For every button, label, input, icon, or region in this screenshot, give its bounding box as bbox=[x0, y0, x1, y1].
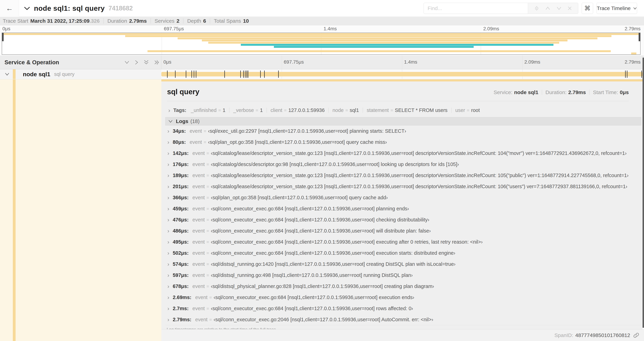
meta-value: node sql1 bbox=[514, 89, 538, 95]
log-row[interactable]: ›502μs:event=‹sql/conn_executor_exec.go:… bbox=[165, 247, 641, 258]
tag-item[interactable]: client=127.0.0.1:59936 bbox=[263, 107, 325, 113]
log-field-value: ‹sql/distsql_running.go:498 [nsql1,clien… bbox=[211, 272, 413, 278]
log-row[interactable]: ›459μs:event=‹sql/conn_executor_exec.go:… bbox=[165, 203, 641, 214]
view-selector-label: Trace Timeline bbox=[597, 5, 631, 11]
locate-icon[interactable] bbox=[534, 6, 539, 11]
log-marker-tick bbox=[278, 71, 279, 78]
chevron-right-icon: › bbox=[168, 316, 169, 323]
log-row[interactable]: ›176μs:event=‹sql/catalog/descs/descript… bbox=[165, 159, 641, 170]
back-button[interactable]: ← bbox=[0, 0, 19, 17]
log-field-key: event bbox=[195, 294, 208, 300]
log-row[interactable]: ›476μs:event=‹sql/conn_executor_exec.go:… bbox=[165, 214, 641, 225]
minimap-tick-label: 2.79ms bbox=[624, 26, 640, 32]
tags-row[interactable]: › Tags: _unfinished=1_verbose=1client=12… bbox=[168, 105, 629, 115]
trace-stats-bar: Trace StartMarch 31 2022, 17:25:09.326Du… bbox=[0, 17, 644, 25]
span-row-name-column[interactable]: node sql1 sql query bbox=[0, 69, 161, 79]
tag-item[interactable]: node=sql1 bbox=[324, 107, 359, 113]
vertical-scrollbar-thumb[interactable] bbox=[642, 58, 644, 328]
span-collapse-icon[interactable] bbox=[5, 73, 9, 76]
column-resizer-handle[interactable] bbox=[157, 60, 158, 65]
stat-value-suffix: .326 bbox=[90, 18, 100, 24]
tag-item[interactable]: _verbose=1 bbox=[226, 107, 263, 113]
viewport-drag-handle-left[interactable] bbox=[2, 33, 4, 41]
find-input[interactable] bbox=[424, 3, 528, 14]
service-operation-title: Service & Operation bbox=[4, 59, 59, 66]
collapse-controls bbox=[124, 56, 160, 69]
chevron-down-icon bbox=[24, 6, 30, 11]
logs-count: (18) bbox=[190, 118, 200, 124]
span-duration-bar[interactable] bbox=[161, 72, 642, 76]
log-row[interactable]: ›34μs:event=‹sql/exec_util.go:2297 [nsql… bbox=[165, 125, 641, 137]
log-field-key: event bbox=[192, 228, 205, 234]
log-row[interactable]: ›2.7ms:event=‹sql/conn_executor_exec.go:… bbox=[165, 303, 641, 314]
span-service-name: node sql1 bbox=[23, 71, 50, 78]
collapse-one-icon[interactable] bbox=[124, 61, 130, 64]
log-row[interactable]: ›2.79ms:event=‹sql/conn_executor_exec.go… bbox=[165, 314, 641, 325]
log-row[interactable]: ›80μs:event=‹sql/plan_opt.go:358 [nsql1,… bbox=[165, 137, 641, 148]
log-field-value: ‹sql/exec_util.go:2297 [nsql1,client=127… bbox=[208, 128, 406, 134]
log-field-value: ‹sql/catalog/lease/descriptor_version_st… bbox=[211, 173, 628, 178]
chevron-right-icon: › bbox=[168, 205, 169, 212]
log-field-key: event bbox=[192, 306, 205, 311]
tag-item[interactable]: _unfinished=1 bbox=[191, 107, 226, 113]
collapse-all-icon[interactable] bbox=[144, 60, 149, 65]
trace-stat: Duration2.79ms bbox=[100, 18, 147, 24]
minimap-span-bar bbox=[125, 35, 612, 37]
meta-value: 0μs bbox=[620, 89, 629, 95]
chevron-right-icon: › bbox=[168, 239, 169, 245]
chevron-right-icon: › bbox=[168, 172, 169, 179]
minimap-tick-labels: 0μs697.75μs1.4ms2.09ms2.79ms bbox=[0, 26, 644, 32]
chevron-right-icon: › bbox=[168, 250, 169, 256]
logs-list: ›34μs:event=‹sql/exec_util.go:2297 [nsql… bbox=[165, 125, 641, 325]
log-field-value: ‹sql/conn_executor_exec.go:684 [nsql1,cl… bbox=[211, 228, 431, 234]
viewport-drag-handle-right[interactable] bbox=[639, 33, 640, 41]
chevron-right-icon: › bbox=[168, 139, 169, 145]
span-meta-item: Service:node sql1 bbox=[494, 89, 538, 95]
log-timestamp: 597μs: bbox=[173, 272, 189, 278]
chevron-down-icon bbox=[168, 120, 173, 123]
minimap-tick-label: 0μs bbox=[2, 26, 10, 32]
log-field-equals: = bbox=[209, 317, 212, 322]
chevron-right-icon: › bbox=[168, 261, 169, 267]
log-timestamp: 486μs: bbox=[173, 228, 189, 234]
next-match-icon[interactable] bbox=[556, 7, 562, 10]
trace-title-wrap[interactable]: node sql1: sql query 7418682 bbox=[24, 0, 133, 17]
clear-search-icon[interactable] bbox=[568, 6, 572, 11]
expand-one-icon[interactable] bbox=[135, 60, 138, 65]
ruler-tick-label: 1.4ms bbox=[404, 59, 417, 65]
stat-value: March 31 2022, 17:25:09 bbox=[30, 18, 90, 24]
stat-value: 10 bbox=[243, 18, 249, 24]
log-marker-tick bbox=[192, 71, 192, 78]
minimap-span-bar bbox=[148, 50, 611, 52]
log-timestamp: 502μs: bbox=[173, 250, 189, 256]
tag-value: sql1 bbox=[350, 107, 359, 113]
span-detail-title: sql query bbox=[167, 88, 200, 96]
minimap-span-bar bbox=[208, 42, 559, 44]
logs-section-header[interactable]: Logs (18) bbox=[165, 117, 641, 125]
log-row[interactable]: ›597μs:event=‹sql/distsql_running.go:498… bbox=[165, 270, 641, 281]
tag-item[interactable]: statement=SELECT * FROM users bbox=[359, 107, 448, 113]
minimap-canvas[interactable] bbox=[2, 33, 640, 55]
view-selector-button[interactable]: Trace Timeline bbox=[596, 3, 637, 14]
tag-equals: = bbox=[390, 108, 393, 113]
trace-id: 7418682 bbox=[108, 5, 133, 12]
stat-value: 2 bbox=[176, 18, 180, 24]
log-row[interactable]: ›678μs:event=‹sql/distsql_physical_plann… bbox=[165, 281, 641, 292]
log-row[interactable]: ›201μs:event=‹sql/catalog/lease/descript… bbox=[165, 181, 641, 192]
log-field-equals: = bbox=[206, 162, 209, 167]
minimap-tick-label: 1.4ms bbox=[324, 26, 337, 32]
tag-item[interactable]: user=root bbox=[448, 107, 480, 113]
prev-match-icon[interactable] bbox=[545, 7, 550, 10]
link-icon[interactable] bbox=[633, 332, 639, 338]
log-row[interactable]: ›366μs:event=‹sql/plan_opt.go:358 [nsql1… bbox=[165, 192, 641, 203]
log-row[interactable]: ›142μs:event=‹sql/catalog/lease/descript… bbox=[165, 148, 641, 159]
log-row[interactable]: ›495μs:event=‹sql/conn_executor_exec.go:… bbox=[165, 236, 641, 247]
keyboard-shortcuts-button[interactable]: ⌘ bbox=[582, 3, 593, 14]
log-row[interactable]: ›486μs:event=‹sql/conn_executor_exec.go:… bbox=[165, 225, 641, 236]
log-row[interactable]: ›189μs:event=‹sql/catalog/lease/descript… bbox=[165, 170, 641, 181]
log-marker-tick bbox=[194, 71, 194, 78]
log-row[interactable]: ›574μs:event=‹sql/distsql_running.go:142… bbox=[165, 258, 641, 270]
log-field-equals: = bbox=[206, 195, 209, 200]
log-row[interactable]: ›2.69ms:event=‹sql/conn_executor_exec.go… bbox=[165, 292, 641, 303]
caret-down-icon bbox=[633, 7, 637, 10]
